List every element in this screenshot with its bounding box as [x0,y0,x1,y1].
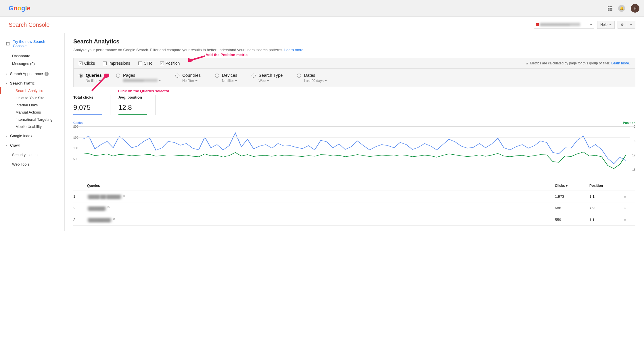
gear-icon: ⚙ [621,23,624,27]
apps-icon[interactable] [608,6,612,11]
sidebar-sub-manual-actions[interactable]: Manual Actions [0,109,64,116]
sidebar-sub-mobile-usability[interactable]: Mobile Usability [0,123,64,130]
caret-down-icon [267,80,269,81]
checkbox-icon [138,62,142,65]
dimension-devices[interactable]: Devices No filter [215,73,237,83]
sidebar-item-search-appearance[interactable]: Search Appearance i [0,70,64,78]
chevron-right-icon[interactable]: » [624,194,635,199]
annotation-arrow-icon [89,74,109,92]
caret-down-icon [235,80,237,81]
sidebar-sub-search-analytics[interactable]: Search Analytics [0,87,64,94]
external-link-icon[interactable]: ⧉ [108,206,110,209]
chart-left-axis-label: Clicks [73,121,83,124]
sidebar: Try the new Search Console Dashboard Mes… [0,33,65,231]
table-header: Queries Clicks▼ Position [73,181,635,191]
metric-impressions[interactable]: Impressions [103,61,130,66]
try-new-link[interactable]: Try the new Search Console [0,38,64,50]
sidebar-item-dashboard[interactable]: Dashboard [0,52,64,60]
notifications-icon[interactable]: 🔔 [618,5,625,12]
sidebar-sub-links[interactable]: Links to Your Site [0,94,64,101]
dimension-dates[interactable]: Dates Last 90 days [297,73,327,83]
dimension-search-type[interactable]: Search Type Web [252,73,283,83]
radio-icon [252,74,256,78]
dimension-countries[interactable]: Countries No filter [175,73,201,83]
col-queries[interactable]: Queries [85,184,555,188]
main-content: Search Analytics Analyze your performanc… [65,33,644,231]
top-bar: Google 🔔 H [0,0,644,17]
chart-right-axis-label: Position [623,121,635,124]
app-header: Search Console xxxxxxxxxxxxxxxx Help ⚙ [0,17,644,33]
metric-clicks[interactable]: Clicks [79,61,95,66]
caret-down-icon [195,80,198,81]
table-row[interactable]: 2 ██████⧉ 688 7.9 » [73,202,635,214]
metric-ctr[interactable]: CTR [138,61,152,66]
settings-button[interactable]: ⚙ [618,21,635,29]
google-logo[interactable]: Google [9,5,30,12]
sidebar-sub-intl-targeting[interactable]: International Targeting [0,116,64,123]
page-title: Search Analytics [73,38,635,45]
sidebar-item-google-index[interactable]: Google Index [0,132,64,140]
external-link-icon[interactable]: ⧉ [113,217,115,220]
table-row[interactable]: 1 ████ ██ █████⧉ 1,973 1.1 » [73,191,635,202]
totals-row: Total clicks 9,075 Avg. position 12.8 [73,95,635,115]
annotation-position: Add the Position metric [206,53,248,57]
annotation-queries: Click on the Queries selector [118,89,169,93]
sidebar-item-messages[interactable]: Messages (9) [0,60,64,68]
col-clicks[interactable]: Clicks▼ [555,184,589,188]
checkbox-icon [79,62,83,65]
learn-more-link[interactable]: Learn more. [284,48,304,52]
sidebar-sub-internal-links[interactable]: Internal Links [0,101,64,109]
avatar[interactable]: H [631,4,639,13]
sidebar-item-crawl[interactable]: Crawl [0,141,64,149]
checkbox-icon [160,62,164,65]
metric-position[interactable]: Position [160,61,180,66]
total-clicks-card: Total clicks 9,075 [73,95,110,115]
table-body: 1 ████ ██ █████⧉ 1,973 1.1 »2 ██████⧉ 68… [73,191,635,226]
external-link-icon [6,42,9,45]
filter-panel: Clicks Impressions CTR Position ▲Metrics… [73,58,635,87]
caret-down-icon [325,80,327,81]
radio-icon [175,74,179,78]
radio-icon [297,74,301,78]
caret-down-icon [590,24,592,25]
total-position-card: Avg. position 12.8 [118,95,156,115]
warning-icon: ▲ [526,61,529,65]
external-link-icon[interactable]: ⧉ [123,194,125,197]
caret-down-icon [609,24,612,25]
help-button[interactable]: Help [597,21,615,29]
sidebar-item-webtools[interactable]: Web Tools [0,160,64,168]
radio-icon [79,74,83,78]
radio-icon [116,74,120,78]
app-title: Search Console [9,22,49,28]
sidebar-item-search-traffic[interactable]: Search Traffic [0,79,64,87]
table-row[interactable]: 3 ████████⧉ 559 1.1 » [73,214,635,226]
dimension-pages[interactable]: Pages xxxxxxxxxxxx [116,73,161,83]
info-icon[interactable]: i [45,72,49,76]
metrics-warning: ▲Metrics are calculated by page for this… [526,61,630,65]
page-subtitle: Analyze your performance on Google Searc… [73,48,635,52]
property-selector[interactable]: xxxxxxxxxxxxxxxx [534,21,594,29]
sidebar-item-security[interactable]: Security Issues [0,151,64,159]
chart: ClicksPosition 20015010050061218 [73,121,635,169]
caret-down-icon [159,80,161,81]
chevron-right-icon[interactable]: » [624,206,635,210]
learn-more-link[interactable]: Learn more. [611,61,630,65]
caret-down-icon [630,24,632,25]
checkbox-icon [103,62,107,65]
col-position[interactable]: Position [589,184,624,188]
radio-icon [215,74,219,78]
chevron-right-icon[interactable]: » [624,217,635,222]
